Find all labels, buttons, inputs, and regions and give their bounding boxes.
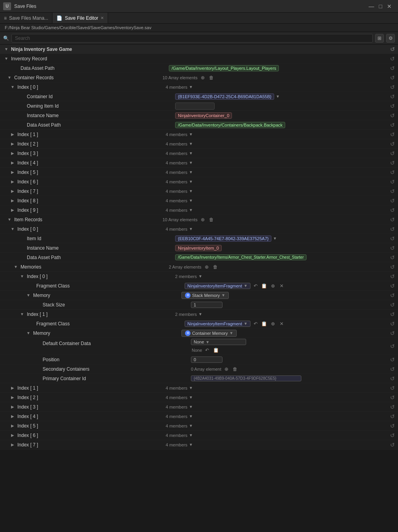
item-records-toggle[interactable]: ▼ xyxy=(6,217,13,223)
close-tab-button[interactable]: ✕ xyxy=(101,16,104,20)
ci6-toggle[interactable]: ▶ xyxy=(9,179,16,185)
fc1-remove[interactable]: ✕ xyxy=(278,320,285,327)
sc-reset[interactable]: ↺ xyxy=(389,365,396,373)
fc1-reset[interactable]: ↺ xyxy=(389,320,396,328)
ci3-toggle[interactable]: ▶ xyxy=(9,150,16,157)
mem-index0-arrow[interactable]: ▼ xyxy=(198,274,202,278)
container-index7-node[interactable]: ▶ Index [ 7 ] 4 members▼ ↺ xyxy=(0,187,398,196)
position-reset[interactable]: ↺ xyxy=(389,356,396,364)
mem-index1-reset[interactable]: ↺ xyxy=(389,310,396,318)
ii1-toggle[interactable]: ▶ xyxy=(9,385,16,391)
ii7-reset[interactable]: ↺ xyxy=(389,441,396,449)
grid-view-button[interactable]: ⊞ xyxy=(375,34,384,43)
owning-item-id-reset[interactable]: ↺ xyxy=(389,102,396,110)
item-id-arrow[interactable]: ▼ xyxy=(273,236,277,241)
item-index0-node[interactable]: ▼ Index [ 0 ] 4 members ▼ ↺ xyxy=(0,224,398,234)
tab-save-files-manager[interactable]: ≡ Save Files Mana... xyxy=(0,13,52,23)
fc1-edit2[interactable]: 📋 xyxy=(261,320,268,327)
ci8-reset[interactable]: ↺ xyxy=(389,197,396,205)
maximize-button[interactable]: □ xyxy=(379,3,382,9)
item-index0-reset[interactable]: ↺ xyxy=(389,225,396,233)
remove-memory-btn[interactable]: 🗑 xyxy=(212,263,219,271)
root-reset[interactable]: ↺ xyxy=(389,45,396,53)
add-item-btn[interactable]: ⊕ xyxy=(199,216,206,223)
primary-container-id-reset[interactable]: ↺ xyxy=(389,375,396,383)
container-index3-node[interactable]: ▶ Index [ 3 ] 4 members▼ ↺ xyxy=(0,149,398,158)
ci4-reset[interactable]: ↺ xyxy=(389,159,396,167)
item-records-reset[interactable]: ↺ xyxy=(389,216,396,224)
ci8-toggle[interactable]: ▶ xyxy=(9,198,16,204)
container-index9-node[interactable]: ▶ Index [ 9 ] 4 members▼ ↺ xyxy=(0,205,398,215)
add-container-btn[interactable]: ⊕ xyxy=(199,74,206,81)
remove-container-btn[interactable]: 🗑 xyxy=(208,74,215,81)
fc0-edit1[interactable]: ↶ xyxy=(252,282,259,289)
ci2-reset[interactable]: ↺ xyxy=(389,140,396,148)
ii3-reset[interactable]: ↺ xyxy=(389,403,396,411)
item-index6[interactable]: ▶ Index [ 6 ] 4 members▼ ↺ xyxy=(0,431,398,440)
ii7-toggle[interactable]: ▶ xyxy=(9,442,16,448)
close-window-button[interactable]: ✕ xyxy=(387,3,392,9)
mem-index1-node[interactable]: ▼ Index [ 1 ] 2 members ▼ ↺ xyxy=(0,310,398,319)
ii2-reset[interactable]: ↺ xyxy=(389,394,396,401)
data-asset-path2-reset[interactable]: ↺ xyxy=(389,121,396,129)
fc1-add[interactable]: ⊕ xyxy=(269,320,277,327)
mem-index0-reset[interactable]: ↺ xyxy=(389,273,396,280)
item-index1[interactable]: ▶ Index [ 1 ] 4 members▼ ↺ xyxy=(0,383,398,393)
remove-item-btn[interactable]: 🗑 xyxy=(208,216,215,223)
container-records-reset[interactable]: ↺ xyxy=(389,74,396,82)
ii6-toggle[interactable]: ▶ xyxy=(9,432,16,439)
container-index4-node[interactable]: ▶ Index [ 4 ] 4 members▼ ↺ xyxy=(0,158,398,168)
ci3-reset[interactable]: ↺ xyxy=(389,149,396,157)
ci7-reset[interactable]: ↺ xyxy=(389,187,396,195)
mem-index1-arrow[interactable]: ▼ xyxy=(198,312,202,316)
ci6-reset[interactable]: ↺ xyxy=(389,178,396,186)
item-index4[interactable]: ▶ Index [ 4 ] 4 members▼ ↺ xyxy=(0,412,398,421)
container-index8-node[interactable]: ▶ Index [ 8 ] 4 members▼ ↺ xyxy=(0,196,398,205)
data-asset-path-reset[interactable]: ↺ xyxy=(389,64,396,72)
ii2-toggle[interactable]: ▶ xyxy=(9,394,16,401)
container-index0-reset[interactable]: ↺ xyxy=(389,83,396,91)
container-index0-toggle[interactable]: ▼ xyxy=(9,84,16,90)
fc0-remove[interactable]: ✕ xyxy=(278,282,285,289)
container-id-reset[interactable]: ↺ xyxy=(389,93,396,101)
inventory-record-reset[interactable]: ↺ xyxy=(389,55,396,63)
item-index0-toggle[interactable]: ▼ xyxy=(9,226,16,232)
fragment-class0-value[interactable]: NinjaInventoryItemFragment ▼ xyxy=(185,283,250,289)
item-records-node[interactable]: ▼ Item Records 10 Array elements ⊕ 🗑 ↺ xyxy=(0,215,398,224)
minimize-button[interactable]: — xyxy=(369,3,374,9)
fc0-reset[interactable]: ↺ xyxy=(389,282,396,290)
container-index5-node[interactable]: ▶ Index [ 5 ] 4 members▼ ↺ xyxy=(0,168,398,177)
container-records-node[interactable]: ▼ Container Records 10 Array elements ⊕ … xyxy=(0,73,398,82)
container-index2-node[interactable]: ▶ Index [ 2 ] 4 members▼ ↺ xyxy=(0,139,398,149)
item-instance-name-reset[interactable]: ↺ xyxy=(389,244,396,252)
ci9-toggle[interactable]: ▶ xyxy=(9,207,16,213)
mem-index1-toggle[interactable]: ▼ xyxy=(19,311,25,317)
item-index0-arrow[interactable]: ▼ xyxy=(189,227,193,231)
dc-edit2[interactable]: 📋 xyxy=(212,347,219,354)
ci5-toggle[interactable]: ▶ xyxy=(9,169,16,175)
item-index7[interactable]: ▶ Index [ 7 ] 4 members▼ ↺ xyxy=(0,440,398,450)
stack-size-reset[interactable]: ↺ xyxy=(389,301,396,309)
ii4-toggle[interactable]: ▶ xyxy=(9,413,16,420)
item-index2[interactable]: ▶ Index [ 2 ] 4 members▼ ↺ xyxy=(0,393,398,402)
item-index5[interactable]: ▶ Index [ 5 ] 4 members▼ ↺ xyxy=(0,421,398,431)
owning-item-id-value[interactable] xyxy=(175,103,215,110)
add-memory-btn[interactable]: ⊕ xyxy=(203,263,210,271)
sc-add[interactable]: ⊕ xyxy=(223,366,230,373)
container-index0-arrow[interactable]: ▼ xyxy=(189,85,193,89)
ii6-reset[interactable]: ↺ xyxy=(389,431,396,439)
default-container-dropdown[interactable]: None ▼ xyxy=(191,339,246,345)
fc0-add[interactable]: ⊕ xyxy=(269,282,277,289)
memory0-toggle[interactable]: ▼ xyxy=(25,292,32,299)
ci1-toggle[interactable]: ▶ xyxy=(9,131,16,138)
ii5-toggle[interactable]: ▶ xyxy=(9,423,16,429)
position-value[interactable]: 0 xyxy=(191,357,222,363)
inventory-record-toggle[interactable]: ▼ xyxy=(3,56,9,62)
default-container-reset[interactable]: ↺ xyxy=(389,342,396,350)
container-index6-node[interactable]: ▶ Index [ 6 ] 4 members▼ ↺ xyxy=(0,177,398,187)
search-box[interactable]: Search xyxy=(11,34,373,43)
ci9-reset[interactable]: ↺ xyxy=(389,206,396,214)
memory1-reset[interactable]: ↺ xyxy=(389,329,396,337)
ci1-reset[interactable]: ↺ xyxy=(389,131,396,138)
inventory-record-node[interactable]: ▼ Inventory Record ↺ xyxy=(0,54,398,63)
